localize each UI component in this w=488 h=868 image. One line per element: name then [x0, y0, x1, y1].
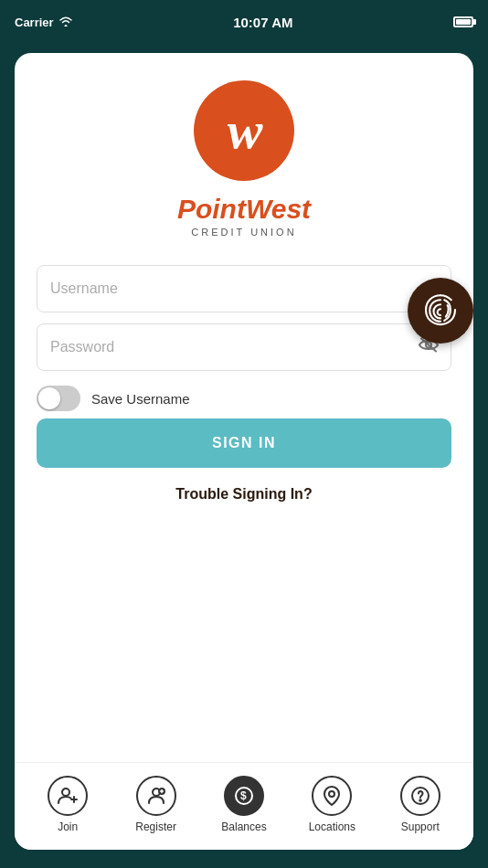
main-card: w PointWest CREDIT UNION	[15, 53, 473, 850]
support-icon	[400, 776, 440, 816]
nav-label-support: Support	[401, 820, 440, 833]
status-bar: Carrier 10:07 AM	[0, 0, 488, 40]
time-display: 10:07 AM	[233, 15, 292, 30]
brand-plain: Point	[177, 194, 246, 224]
carrier-text: Carrier	[15, 16, 54, 29]
brand-styled: West	[246, 194, 311, 224]
trouble-link[interactable]: Trouble Signing In?	[175, 486, 312, 503]
nav-item-join[interactable]: Join	[40, 776, 95, 833]
password-input[interactable]	[37, 323, 451, 371]
brand-name: PointWest	[177, 194, 311, 225]
battery-icon	[453, 16, 473, 27]
svg-point-11	[329, 791, 334, 797]
svg-point-13	[419, 799, 421, 801]
username-input[interactable]	[37, 265, 451, 312]
nav-label-balances: Balances	[221, 820, 266, 833]
username-wrapper	[37, 265, 451, 312]
nav-item-locations[interactable]: Locations	[304, 776, 359, 833]
nav-item-register[interactable]: Register	[129, 776, 184, 833]
wifi-icon	[58, 16, 73, 29]
fingerprint-icon	[421, 291, 460, 330]
locations-icon	[312, 776, 352, 816]
save-username-toggle[interactable]	[37, 386, 80, 411]
save-username-label: Save Username	[91, 391, 190, 407]
logo-w-letter: w	[228, 104, 261, 157]
save-username-row: Save Username	[37, 386, 451, 411]
signin-button[interactable]: SIGN IN	[37, 418, 451, 468]
nav-label-join: Join	[58, 820, 78, 833]
nav-label-locations: Locations	[309, 820, 355, 833]
battery-area	[453, 16, 473, 27]
nav-item-support[interactable]: Support	[393, 776, 448, 833]
brand-subtitle: CREDIT UNION	[191, 227, 296, 238]
svg-point-2	[62, 789, 69, 796]
bottom-nav: Join Register $ Balances	[15, 762, 473, 850]
nav-item-balances[interactable]: $ Balances	[217, 776, 271, 833]
join-icon	[48, 776, 88, 816]
nav-label-register: Register	[135, 820, 176, 833]
balances-icon: $	[224, 776, 264, 816]
password-wrapper	[37, 323, 451, 371]
toggle-knob	[38, 387, 60, 409]
register-icon	[136, 776, 176, 816]
logo-container: w PointWest CREDIT UNION	[177, 80, 311, 238]
svg-text:$: $	[240, 789, 247, 802]
logo-circle: w	[194, 80, 294, 181]
carrier-wifi: Carrier	[15, 16, 73, 29]
fingerprint-button[interactable]	[408, 278, 473, 344]
form-container	[37, 265, 451, 371]
